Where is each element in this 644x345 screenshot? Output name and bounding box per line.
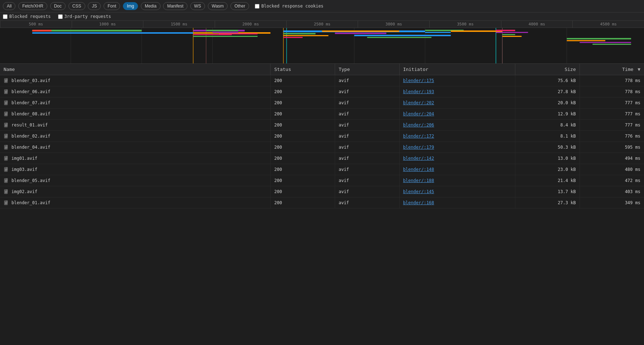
cell-type: avif [335,75,399,86]
svg-rect-59 [6,112,8,113]
col-name-header[interactable]: Name [0,64,271,75]
filter-btn-img[interactable]: Img [123,2,138,10]
initiator-link[interactable]: blender/:193 [403,89,434,94]
timeline-ruler: 500 ms1000 ms1500 ms2000 ms2500 ms3000 m… [0,21,644,28]
blocked-response-cookies-label[interactable]: Blocked response cookies [255,4,323,9]
cell-initiator[interactable]: blender/:142 [399,153,515,164]
initiator-link[interactable]: blender/:168 [403,200,434,205]
filename: blender_08.avif [11,111,50,116]
blocked-response-cookies-checkbox[interactable] [255,4,259,9]
cell-status: 200 [271,120,335,131]
col-type-header[interactable]: Type [335,64,399,75]
cell-initiator[interactable]: blender/:179 [399,142,515,153]
cell-initiator[interactable]: blender/:145 [399,186,515,197]
filename: img02.avif [11,189,37,194]
cell-initiator[interactable]: blender/:148 [399,164,515,175]
cell-initiator[interactable]: blender/:172 [399,131,515,142]
table-row[interactable]: blender_07.avif 200avifblender/:20220.0 … [0,97,644,109]
col-size-header[interactable]: Size [515,64,580,75]
table-row[interactable]: blender_03.avif 200avifblender/:17575.6 … [0,75,644,86]
filename: blender_01.avif [11,200,50,205]
filename: blender_02.avif [11,134,50,139]
svg-rect-33 [425,32,451,33]
initiator-link[interactable]: blender/:188 [403,178,434,183]
initiator-link[interactable]: blender/:204 [403,111,434,116]
initiator-link[interactable]: blender/:172 [403,134,434,139]
table-row[interactable]: blender_08.avif 200avifblender/:20412.9 … [0,109,644,120]
cell-type: avif [335,97,399,109]
initiator-link[interactable]: blender/:175 [403,78,434,83]
filter-bar2: Blocked requests 3rd-party requests [0,13,644,21]
cell-initiator[interactable]: blender/:204 [399,109,515,120]
cell-time: 778 ms [579,75,644,86]
table-row[interactable]: blender_06.avif 200avifblender/:19327.8 … [0,86,644,97]
filter-btn-media[interactable]: Media [141,2,161,10]
col-time-header[interactable]: Time ▼ [579,64,644,75]
timeline-tick: 2500 ms [286,21,358,28]
cell-initiator[interactable]: blender/:168 [399,197,515,209]
cell-initiator[interactable]: blender/:175 [399,75,515,86]
table-row[interactable]: img01.avif 200avifblender/:14213.0 kB494… [0,153,644,164]
filter-btn-all[interactable]: All [3,2,15,10]
cell-type: avif [335,120,399,131]
cell-initiator[interactable]: blender/:202 [399,97,515,109]
col-status-header[interactable]: Status [271,64,335,75]
svg-rect-25 [283,37,303,38]
svg-rect-14 [32,32,193,34]
svg-rect-49 [6,90,8,91]
table-row[interactable]: blender_01.avif 200avifblender/:16827.3 … [0,197,644,209]
initiator-link[interactable]: blender/:179 [403,145,434,150]
timeline-bars [0,28,644,63]
table-row[interactable]: blender_02.avif 200avifblender/:1728.1 k… [0,131,644,142]
col-initiator-header[interactable]: Initiator [399,64,515,75]
table-header: Name Status Type Initiator Size Time ▼ [0,64,644,75]
filter-btn-other[interactable]: Other [230,2,249,10]
table-row[interactable]: img02.avif 200avifblender/:14513.7 kB403… [0,186,644,197]
initiator-link[interactable]: blender/:202 [403,100,434,105]
filter-btn-manifest[interactable]: Manifest [163,2,187,10]
table-row[interactable]: img03.avif 200avifblender/:14823.0 kB480… [0,164,644,175]
filter-btn-font[interactable]: Font [104,2,120,10]
filter-btn-doc[interactable]: Doc [50,2,66,10]
blocked-requests-label[interactable]: Blocked requests [3,14,51,19]
cell-size: 75.6 kB [515,75,580,86]
cell-initiator[interactable]: blender/:206 [399,120,515,131]
timeline-tick: 500 ms [0,21,72,28]
filter-btn-fetch-xhr[interactable]: Fetch/XHR [18,2,47,10]
initiator-link[interactable]: blender/:145 [403,189,434,194]
filter-btn-js[interactable]: JS [88,2,101,10]
cell-initiator[interactable]: blender/:193 [399,86,515,97]
initiator-link[interactable]: blender/:142 [403,156,434,161]
cell-initiator[interactable]: blender/:188 [399,175,515,186]
cell-size: 50.3 kB [515,142,580,153]
file-icon [4,178,9,183]
cell-name: img02.avif [0,186,271,197]
cell-size: 13.7 kB [515,186,580,197]
filter-btn-css[interactable]: CSS [68,2,85,10]
cell-type: avif [335,86,399,97]
initiator-link[interactable]: blender/:148 [403,167,434,172]
third-party-requests-label[interactable]: 3rd-party requests [58,14,111,19]
svg-rect-13 [32,30,52,32]
blocked-response-cookies-group: Blocked response cookies [255,4,323,9]
filter-btn-wasm[interactable]: Wasm [208,2,228,10]
table-row[interactable]: result_01.avif 200avifblender/:2068.4 kB… [0,120,644,131]
table-row[interactable]: blender_04.avif 200avifblender/:17950.3 … [0,142,644,153]
filter-btn-ws[interactable]: WS [190,2,205,10]
initiator-link[interactable]: blender/:206 [403,123,434,128]
timeline-tick: 3500 ms [429,21,501,28]
cell-name: blender_03.avif [0,75,271,86]
cell-name: img01.avif [0,153,271,164]
cell-status: 200 [271,97,335,109]
table-row[interactable]: blender_05.avif 200avifblender/:18821.4 … [0,175,644,186]
svg-rect-35 [496,30,515,31]
file-icon [4,167,9,172]
cell-time: 595 ms [579,142,644,153]
cell-status: 200 [271,86,335,97]
cell-name: blender_02.avif [0,131,271,142]
header-row: Name Status Type Initiator Size Time ▼ [0,64,644,75]
third-party-requests-checkbox[interactable] [58,14,63,19]
blocked-requests-checkbox[interactable] [3,14,8,19]
cell-name: img03.avif [0,164,271,175]
svg-rect-26 [322,30,400,32]
